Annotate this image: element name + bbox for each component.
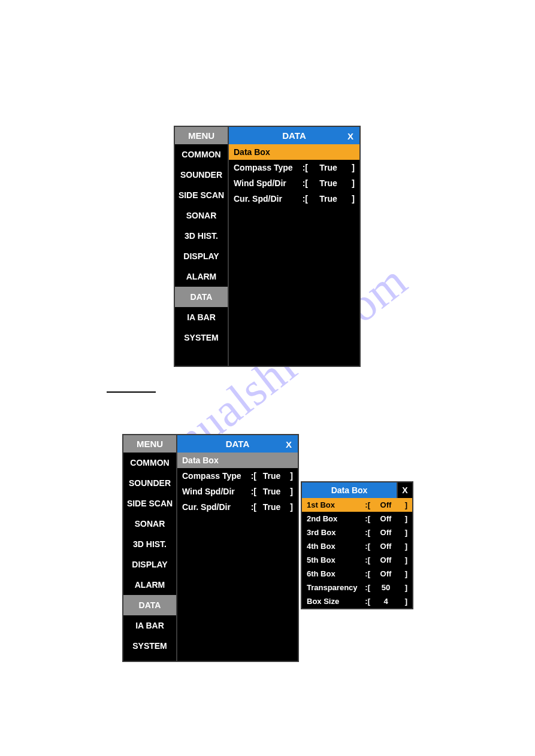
sidebar-item-sonar[interactable]: SONAR <box>175 205 228 226</box>
bracket-open: :[ <box>362 555 370 564</box>
setting-row[interactable]: Cur. Spd/Dir:[True] <box>177 499 298 515</box>
setting-label: Wind Spd/Dir <box>234 178 300 188</box>
databox-value: Off <box>370 555 401 564</box>
sidebar-header: MENU <box>123 435 176 453</box>
sidebar-item-3d-hist-[interactable]: 3D HIST. <box>175 226 228 246</box>
databox-value: Off <box>370 569 401 578</box>
bracket-close: ] <box>401 514 407 523</box>
sidebar-item-alarm[interactable]: ALARM <box>175 266 228 287</box>
section-header-databox[interactable]: Data Box <box>177 453 298 468</box>
bracket-close: ] <box>401 555 407 564</box>
bracket-close: ] <box>401 542 407 551</box>
sidebar-item-data[interactable]: DATA <box>175 287 228 307</box>
databox-label: Box Size <box>307 597 362 606</box>
bracket-open: :[ <box>248 502 256 512</box>
sidebar-item-display[interactable]: DISPLAY <box>175 246 228 266</box>
sidebar-item-system[interactable]: SYSTEM <box>123 636 176 656</box>
setting-value: True <box>308 163 349 172</box>
bracket-close: ] <box>401 528 407 537</box>
databox-value: Off <box>370 514 401 523</box>
databox-row[interactable]: 2nd Box:[Off] <box>302 512 412 526</box>
section-header-databox[interactable]: Data Box <box>229 144 359 160</box>
main-panel: DATA X Data Box Compass Type:[True]Wind … <box>229 127 359 366</box>
sidebar-item-sounder[interactable]: SOUNDER <box>175 165 228 185</box>
setting-value: True <box>256 471 287 481</box>
setting-row[interactable]: Wind Spd/Dir:[True] <box>177 484 298 499</box>
bracket-open: :[ <box>362 583 370 592</box>
databox-row[interactable]: Box Size:[4] <box>302 594 412 608</box>
databox-label: 4th Box <box>307 542 362 551</box>
settings-window-2: MENU COMMONSOUNDERSIDE SCANSONAR3D HIST.… <box>122 434 299 662</box>
setting-value: True <box>256 487 287 496</box>
bracket-open: :[ <box>362 569 370 578</box>
bracket-open: :[ <box>362 597 370 606</box>
databox-label: Transparency <box>307 583 362 592</box>
databox-popup: Data Box X 1st Box:[Off]2nd Box:[Off]3rd… <box>301 481 413 609</box>
databox-value: 4 <box>370 597 401 606</box>
sidebar-item-3d-hist-[interactable]: 3D HIST. <box>123 534 176 554</box>
setting-label: Compass Type <box>182 471 248 481</box>
popup-close-button[interactable]: X <box>397 482 412 498</box>
databox-row[interactable]: 3rd Box:[Off] <box>302 526 412 539</box>
sidebar-item-side-scan[interactable]: SIDE SCAN <box>175 185 228 205</box>
bracket-close: ] <box>401 569 407 578</box>
section-header-label: Data Box <box>234 147 300 157</box>
section-header-label: Data Box <box>182 456 248 465</box>
bracket-open: :[ <box>300 163 308 172</box>
sidebar-item-data[interactable]: DATA <box>123 595 176 615</box>
setting-row[interactable]: Cur. Spd/Dir:[True] <box>229 191 359 207</box>
popup-header: Data Box X <box>302 482 412 498</box>
bracket-close: ] <box>287 471 293 481</box>
sidebar: MENU COMMONSOUNDERSIDE SCANSONAR3D HIST.… <box>123 435 177 661</box>
sidebar-item-ia-bar[interactable]: IA BAR <box>175 307 228 327</box>
databox-row[interactable]: 4th Box:[Off] <box>302 539 412 553</box>
sidebar-item-common[interactable]: COMMON <box>123 453 176 473</box>
close-button[interactable]: X <box>286 439 292 449</box>
setting-row[interactable]: Compass Type:[True] <box>177 468 298 484</box>
popup-title: Data Box <box>302 482 397 498</box>
databox-value: 50 <box>370 583 401 592</box>
underline-marker <box>107 391 156 393</box>
main-title: DATA <box>234 130 355 141</box>
sidebar-item-side-scan[interactable]: SIDE SCAN <box>123 493 176 514</box>
settings-window-1: MENU COMMONSOUNDERSIDE SCANSONAR3D HIST.… <box>174 126 361 367</box>
main-header: DATA X <box>177 435 298 453</box>
bracket-close: ] <box>287 502 293 512</box>
databox-row[interactable]: Transparency:[50] <box>302 581 412 594</box>
databox-row[interactable]: 6th Box:[Off] <box>302 567 412 581</box>
setting-label: Cur. Spd/Dir <box>234 194 300 204</box>
sidebar-item-ia-bar[interactable]: IA BAR <box>123 615 176 636</box>
bracket-open: :[ <box>300 194 308 204</box>
sidebar-item-display[interactable]: DISPLAY <box>123 554 176 575</box>
sidebar-item-sounder[interactable]: SOUNDER <box>123 473 176 493</box>
setting-label: Compass Type <box>234 163 300 172</box>
sidebar-item-common[interactable]: COMMON <box>175 144 228 165</box>
bracket-close: ] <box>287 487 293 496</box>
bracket-close: ] <box>349 178 355 188</box>
databox-row[interactable]: 1st Box:[Off] <box>302 498 412 512</box>
main-title: DATA <box>182 439 293 449</box>
bracket-open: :[ <box>248 471 256 481</box>
bracket-close: ] <box>401 597 407 606</box>
bracket-open: :[ <box>362 500 370 509</box>
close-button[interactable]: X <box>347 130 353 141</box>
sidebar-item-system[interactable]: SYSTEM <box>175 327 228 348</box>
databox-label: 1st Box <box>307 500 362 509</box>
setting-row[interactable]: Wind Spd/Dir:[True] <box>229 175 359 191</box>
bracket-close: ] <box>401 583 407 592</box>
setting-row[interactable]: Compass Type:[True] <box>229 160 359 175</box>
bracket-close: ] <box>349 194 355 204</box>
sidebar: MENU COMMONSOUNDERSIDE SCANSONAR3D HIST.… <box>175 127 229 366</box>
databox-value: Off <box>370 528 401 537</box>
databox-label: 6th Box <box>307 569 362 578</box>
setting-label: Wind Spd/Dir <box>182 487 248 496</box>
bracket-open: :[ <box>362 542 370 551</box>
databox-row[interactable]: 5th Box:[Off] <box>302 553 412 567</box>
setting-value: True <box>308 178 349 188</box>
main-header: DATA X <box>229 127 359 144</box>
databox-label: 5th Box <box>307 555 362 564</box>
setting-value: True <box>256 502 287 512</box>
sidebar-item-alarm[interactable]: ALARM <box>123 575 176 595</box>
main-panel: DATA X Data Box Compass Type:[True]Wind … <box>177 435 298 661</box>
sidebar-item-sonar[interactable]: SONAR <box>123 514 176 534</box>
